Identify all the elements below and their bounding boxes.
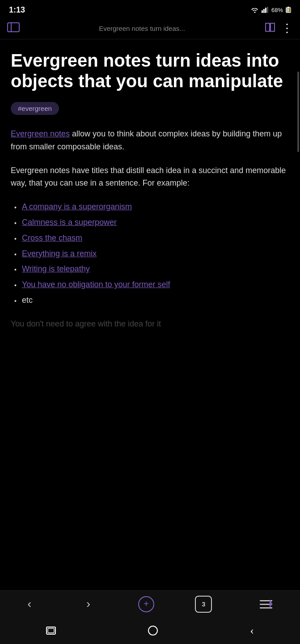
action-bar: ‹ › + 3: [0, 590, 300, 617]
main-content: Evergreen notes turn ideas into objects …: [0, 39, 300, 336]
svg-rect-16: [48, 628, 54, 633]
tag-container: #evergreen: [11, 102, 289, 115]
list-item: • Cross the chasm: [14, 232, 289, 245]
bullet-link-1[interactable]: A company is a superorganism: [22, 200, 132, 213]
more-options-icon[interactable]: ⋮: [281, 21, 293, 35]
bottom-fade-text: You don't need to agree with the idea fo…: [11, 318, 289, 329]
list-item: • Everything is a remix: [14, 247, 289, 260]
list-item: • Writing is telepathy: [14, 263, 289, 275]
svg-rect-0: [262, 10, 263, 13]
sidebar-toggle-icon[interactable]: [7, 22, 20, 35]
bullet-dot: •: [14, 218, 17, 228]
bullet-dot: •: [14, 234, 17, 244]
svg-rect-8: [8, 23, 19, 32]
second-paragraph: Evergreen notes have titles that distill…: [11, 164, 289, 190]
bullet-dot: •: [14, 296, 17, 306]
first-paragraph: Evergreen notes allow you to think about…: [11, 127, 289, 153]
back-nav-button[interactable]: ‹: [241, 620, 263, 641]
bullet-text-plain: etc: [22, 294, 33, 307]
forward-button[interactable]: ›: [79, 597, 97, 611]
list-item: • A company is a superorganism: [14, 200, 289, 213]
bullet-link-4[interactable]: Everything is a remix: [22, 247, 97, 260]
home-button[interactable]: [139, 622, 167, 639]
bullet-link-6[interactable]: You have no obligation to your former se…: [22, 278, 170, 291]
book-icon[interactable]: [264, 22, 276, 35]
status-bar: 1:13 68% ⚡: [0, 0, 300, 18]
svg-rect-2: [265, 8, 266, 13]
count-badge-button[interactable]: 3: [195, 596, 212, 613]
add-button[interactable]: +: [138, 596, 154, 612]
bullet-link-3[interactable]: Cross the chasm: [22, 232, 82, 245]
evergreen-tag[interactable]: #evergreen: [11, 102, 59, 115]
status-icons: 68% ⚡: [251, 7, 291, 13]
menu-button[interactable]: [253, 599, 279, 609]
svg-rect-9: [11, 23, 12, 32]
battery-icon: ⚡: [286, 7, 291, 13]
signal-icon: [262, 7, 269, 13]
examples-list: • A company is a superorganism • Calmnes…: [11, 200, 289, 307]
android-nav-bar: ‹: [0, 617, 300, 644]
bullet-link-2[interactable]: Calmness is a superpower: [22, 216, 117, 229]
bullet-dot: •: [14, 203, 17, 212]
svg-rect-13: [260, 607, 272, 609]
page-title: Evergreen notes turn ideas into objects …: [11, 50, 289, 91]
bullet-dot: •: [14, 280, 17, 290]
svg-text:⚡: ⚡: [286, 8, 291, 12]
list-item: • Calmness is a superpower: [14, 216, 289, 229]
scrollbar[interactable]: [297, 72, 299, 152]
svg-rect-5: [287, 7, 289, 8]
list-item: • etc: [14, 294, 289, 307]
back-button[interactable]: ‹: [21, 597, 39, 611]
bullet-dot: •: [14, 265, 17, 275]
toolbar-title: Evergreen notes turn ideas...: [25, 25, 259, 32]
status-time: 1:13: [9, 5, 25, 15]
wifi-icon: [251, 7, 259, 13]
list-item: • You have no obligation to your former …: [14, 278, 289, 291]
recent-apps-button[interactable]: [37, 623, 65, 638]
evergreen-notes-link[interactable]: Evergreen notes: [11, 129, 70, 138]
battery-text: 68%: [271, 7, 283, 13]
svg-rect-3: [267, 7, 268, 13]
bullet-dot: •: [14, 250, 17, 259]
bullet-link-5[interactable]: Writing is telepathy: [22, 263, 90, 275]
svg-rect-1: [263, 9, 265, 13]
svg-point-17: [148, 626, 157, 635]
toolbar: Evergreen notes turn ideas... ⋮: [0, 18, 300, 39]
